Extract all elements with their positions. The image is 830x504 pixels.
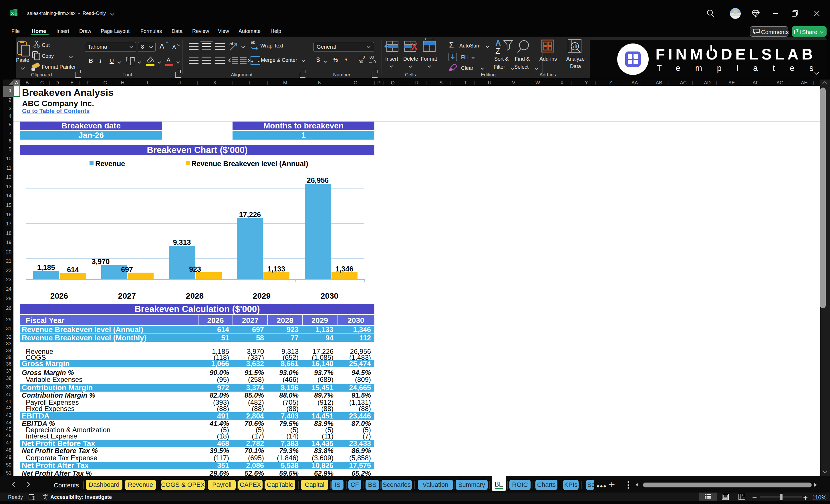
svg-text:ab: ab	[229, 41, 234, 46]
svg-text:ab: ab	[251, 40, 255, 44]
